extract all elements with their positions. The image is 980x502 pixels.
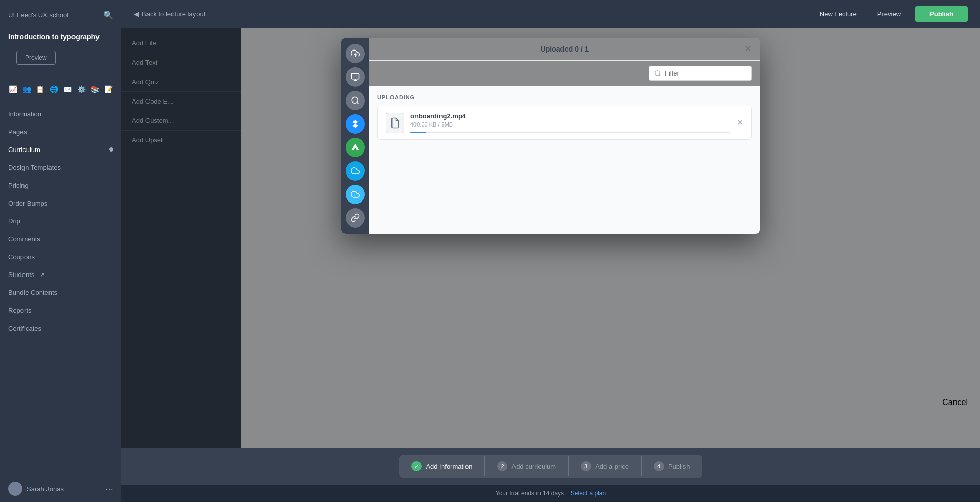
back-button[interactable]: ◀ Back to lecture layout — [134, 10, 205, 18]
sidebar-item-certificates[interactable]: Certificates — [0, 319, 121, 337]
sidebar-item-label: Pages — [8, 128, 27, 136]
sidebar-item-label: Information — [8, 110, 41, 118]
upload-source-computer[interactable] — [346, 44, 365, 63]
sidebar-item-label: Pricing — [8, 182, 29, 189]
sidebar-item-drip[interactable]: Drip — [0, 212, 121, 230]
sidebar-item-pages[interactable]: Pages — [0, 123, 121, 141]
sidebar-nav: 📈 👥 📋 🌐 ✉️ ⚙️ 📚 📝 Information Pages Curr… — [0, 79, 121, 475]
sidebar-icon-dashboard[interactable]: 📋 — [35, 82, 46, 96]
search-icon[interactable]: 🔍 — [103, 10, 113, 20]
sidebar-footer: Sarah Jonas ⋯ — [0, 475, 121, 502]
svg-rect-1 — [352, 73, 359, 79]
upload-item-remove-button[interactable]: ✕ — [737, 118, 743, 128]
svg-point-4 — [352, 97, 358, 103]
step-num: 4 — [654, 461, 664, 471]
user-name: Sarah Jonas — [27, 485, 64, 493]
sidebar-item-label: Students — [8, 271, 34, 279]
filter-input[interactable] — [665, 69, 746, 77]
more-menu-icon[interactable]: ⋯ — [105, 484, 113, 494]
trial-text: Your trial ends in 14 days. — [496, 490, 566, 497]
step-label: Add information — [426, 463, 472, 470]
upload-source-dropbox[interactable] — [346, 114, 365, 134]
file-icon — [386, 113, 404, 133]
back-arrow-icon: ◀ — [134, 10, 139, 18]
sidebar-preview-button[interactable]: Preview — [16, 51, 56, 65]
sidebar-icon-list[interactable]: 📝 — [103, 82, 114, 96]
step-publish[interactable]: 4 Publish — [642, 455, 702, 478]
step-label: Add curriculum — [511, 463, 556, 470]
sidebar-logo: UI Feed's UX school — [8, 11, 68, 19]
filter-input-wrap — [649, 66, 752, 81]
sidebar-item-label: Reports — [8, 307, 32, 314]
file-size: 400.00 KB / 9MB — [410, 121, 730, 128]
sidebar-item-bundle-contents[interactable]: Bundle Contents — [0, 284, 121, 302]
sidebar-item-pricing[interactable]: Pricing — [0, 177, 121, 194]
modal-close-button[interactable]: ✕ — [744, 43, 752, 55]
curriculum-badge — [109, 147, 113, 152]
step-check-icon: ✓ — [411, 461, 422, 471]
preview-button[interactable]: Preview — [871, 7, 907, 21]
bottom-bar: ✓ Add information 2 Add curriculum 3 Add… — [121, 448, 980, 485]
publish-button[interactable]: Publish — [915, 6, 968, 22]
file-info: onboarding2.mp4 400.00 KB / 9MB — [410, 112, 730, 133]
back-label: Back to lecture layout — [142, 10, 205, 18]
sidebar-item-curriculum[interactable]: Curriculum — [0, 141, 121, 159]
filter-search-icon — [654, 70, 662, 77]
external-link-icon: ↗ — [40, 272, 44, 278]
main-area: ◀ Back to lecture layout New Lecture Pre… — [121, 0, 980, 502]
upload-source-search[interactable] — [346, 91, 365, 110]
sidebar-icon-users[interactable]: 👥 — [21, 82, 33, 96]
modal-main: Uploaded 0 / 1 ✕ UPLOADING — [369, 38, 760, 234]
step-label: Add a price — [595, 463, 629, 470]
new-lecture-button[interactable]: New Lecture — [814, 7, 863, 21]
sidebar-item-label: Bundle Contents — [8, 289, 57, 296]
content-area: Add File Add Text Add Quiz Add Code E...… — [121, 28, 980, 448]
step-add-curriculum[interactable]: 2 Add curriculum — [485, 455, 568, 478]
sidebar-item-comments[interactable]: Comments — [0, 230, 121, 248]
upload-source-screen[interactable] — [346, 67, 365, 87]
sidebar-item-design-templates[interactable]: Design Templates — [0, 159, 121, 177]
step-num: 3 — [581, 461, 591, 471]
upload-source-cloud2[interactable] — [346, 185, 365, 204]
svg-line-5 — [357, 102, 358, 104]
upload-source-link[interactable] — [346, 208, 365, 228]
modal-body: UPLOADING onboarding2.mp4 400.00 KB / 9M… — [369, 86, 760, 234]
sidebar-icon-layers[interactable]: 📚 — [89, 82, 101, 96]
progress-bar-fill — [410, 132, 426, 133]
sidebar-icon-mail[interactable]: ✉️ — [62, 82, 74, 96]
sidebar-item-coupons[interactable]: Coupons — [0, 248, 121, 266]
uploading-label: UPLOADING — [377, 94, 752, 101]
modal-header: Uploaded 0 / 1 ✕ — [369, 38, 760, 61]
upload-source-google-drive[interactable] — [346, 138, 365, 157]
upload-item: onboarding2.mp4 400.00 KB / 9MB ✕ — [377, 106, 752, 140]
select-plan-link[interactable]: Select a plan — [571, 490, 606, 497]
file-name: onboarding2.mp4 — [410, 112, 730, 120]
sidebar-item-order-bumps[interactable]: Order Bumps — [0, 194, 121, 212]
sidebar-icon-analytics[interactable]: 📈 — [7, 82, 19, 96]
course-title: Introduction to typography — [0, 28, 121, 51]
sidebar-item-label: Coupons — [8, 253, 35, 261]
upload-source-sidebar — [341, 38, 369, 234]
svg-point-8 — [655, 70, 660, 75]
sidebar-icon-settings[interactable]: ⚙️ — [76, 82, 87, 96]
svg-marker-7 — [353, 120, 358, 124]
sidebar-item-information[interactable]: Information — [0, 105, 121, 123]
sidebar-item-label: Drip — [8, 217, 20, 225]
sidebar-item-label: Order Bumps — [8, 199, 47, 207]
step-num: 2 — [497, 461, 507, 471]
sidebar-item-label: Design Templates — [8, 164, 61, 171]
avatar — [8, 482, 22, 496]
step-add-price[interactable]: 3 Add a price — [569, 455, 641, 478]
trial-bar: Your trial ends in 14 days. Select a pla… — [121, 485, 980, 502]
progress-bar — [410, 132, 730, 133]
upload-source-cloud1[interactable] — [346, 161, 365, 181]
sidebar-item-students[interactable]: Students ↗ — [0, 266, 121, 284]
step-add-information[interactable]: ✓ Add information — [399, 455, 484, 478]
sidebar-icon-globe[interactable]: 🌐 — [48, 82, 60, 96]
sidebar-item-label: Comments — [8, 235, 40, 243]
sidebar-item-label: Curriculum — [8, 146, 40, 154]
modal-container: Uploaded 0 / 1 ✕ UPLOADING — [341, 38, 760, 234]
top-bar: ◀ Back to lecture layout New Lecture Pre… — [121, 0, 980, 28]
sidebar-item-reports[interactable]: Reports — [0, 302, 121, 319]
step-bar: ✓ Add information 2 Add curriculum 3 Add… — [399, 455, 702, 478]
